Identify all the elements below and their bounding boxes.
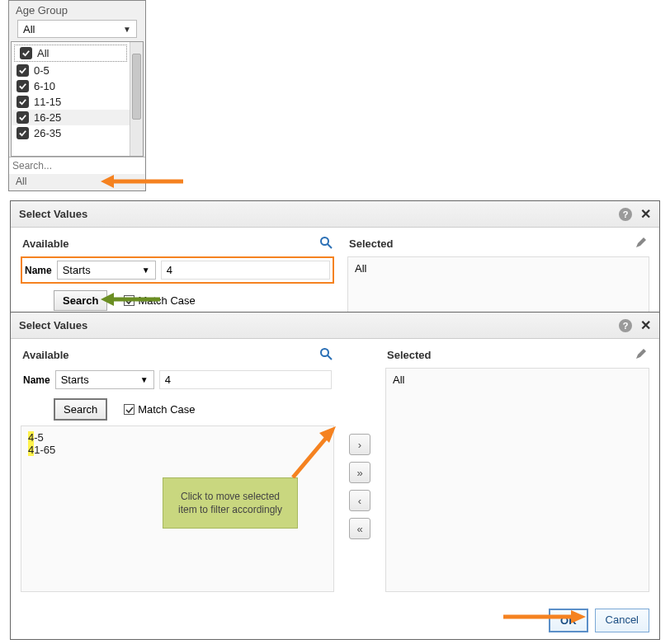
cancel-button[interactable]: Cancel	[595, 609, 649, 632]
available-header: Available	[21, 347, 334, 368]
selected-list[interactable]: All	[385, 368, 649, 592]
select-values-dialog-1: Select Values ? ✕ Available Name Starts …	[10, 200, 660, 313]
selected-column: Selected All	[347, 236, 649, 316]
age-group-list: All 0-5 6-10 11-15 16-25 26-35	[11, 41, 144, 157]
scrollbar[interactable]	[130, 42, 143, 156]
age-group-title: Age Group	[9, 1, 145, 20]
available-column: Available Name Starts ▼ 4 Search Match C…	[21, 236, 334, 316]
result-item[interactable]: 41-65	[28, 444, 327, 456]
scroll-thumb[interactable]	[132, 54, 141, 120]
close-icon[interactable]: ✕	[640, 206, 651, 222]
checkbox-checked-icon	[17, 127, 29, 139]
svg-point-2	[321, 237, 328, 245]
name-value-input[interactable]: 4	[159, 370, 332, 389]
move-buttons: › » ‹ «	[347, 347, 372, 592]
name-label: Name	[23, 374, 50, 386]
list-item[interactable]: 6-10	[12, 78, 130, 94]
result-item[interactable]: 4-5	[28, 431, 327, 444]
help-icon[interactable]: ?	[619, 319, 632, 332]
checkbox-checked-icon	[124, 404, 134, 415]
available-column: Available Name Starts ▼ 4 Search Match C…	[21, 347, 334, 592]
list-item[interactable]: 11-15	[12, 94, 130, 110]
svg-line-3	[328, 244, 332, 248]
checkbox-checked-icon	[20, 47, 32, 59]
age-item-label: 0-5	[34, 64, 50, 77]
move-left-button[interactable]: ‹	[349, 490, 370, 511]
selected-list[interactable]: All	[347, 256, 649, 316]
chevron-down-icon: ▼	[140, 375, 149, 384]
scroll-track	[130, 120, 143, 144]
available-label: Available	[22, 237, 69, 250]
age-group-combo[interactable]: All ▼	[17, 20, 137, 38]
svg-line-7	[328, 355, 332, 360]
search-button[interactable]: Search	[54, 398, 107, 421]
close-icon[interactable]: ✕	[640, 317, 651, 333]
selected-header: Selected	[347, 236, 649, 256]
checkbox-checked-icon	[124, 295, 134, 306]
chevron-down-icon: ▼	[123, 25, 131, 34]
selected-label: Selected	[387, 349, 431, 361]
selected-header: Selected	[385, 347, 649, 368]
match-case-label: Match Case	[138, 403, 195, 416]
name-filter-row: Name Starts ▼ 4	[21, 256, 334, 284]
result-rest: 1-65	[34, 444, 55, 456]
name-filter-row: Name Starts ▼ 4	[21, 368, 334, 392]
age-group-panel: Age Group All ▼ All 0-5 6-10 11-15	[8, 0, 146, 191]
match-case-checkbox[interactable]: Match Case	[124, 294, 195, 307]
result-rest: -5	[34, 431, 44, 444]
edit-icon[interactable]	[635, 236, 648, 251]
available-label: Available	[22, 349, 69, 361]
checkbox-checked-icon	[17, 64, 29, 77]
search-row: Search Match Case	[21, 392, 334, 425]
name-operator-select[interactable]: Starts ▼	[55, 370, 154, 389]
selected-item[interactable]: All	[355, 262, 642, 275]
selected-item[interactable]: All	[393, 374, 642, 386]
scroll-up-icon[interactable]	[130, 42, 143, 54]
search-icon[interactable]	[319, 347, 333, 363]
move-all-left-button[interactable]: «	[349, 518, 370, 539]
age-item-label: 26-35	[34, 127, 61, 139]
starts-label: Starts	[61, 374, 89, 386]
select-values-dialog-2: Select Values ? ✕ Available Name Starts …	[10, 312, 660, 640]
dialog-header: Select Values ? ✕	[11, 201, 659, 228]
age-item-label: 16-25	[34, 111, 61, 124]
checkbox-checked-icon	[17, 96, 29, 108]
edit-icon[interactable]	[635, 347, 648, 363]
match-case-label: Match Case	[138, 294, 195, 307]
help-icon[interactable]: ?	[619, 208, 632, 221]
dialog-title: Select Values	[19, 208, 87, 220]
age-group-items: All 0-5 6-10 11-15 16-25 26-35	[12, 42, 130, 156]
dialog-body: Available Name Starts ▼ 4 Search Match C…	[11, 339, 659, 602]
available-header: Available	[21, 236, 334, 256]
age-item-label: All	[37, 47, 49, 59]
age-item-label: 6-10	[34, 80, 55, 92]
search-icon[interactable]	[319, 236, 333, 251]
selected-label: Selected	[349, 237, 393, 250]
list-item[interactable]: All	[14, 45, 127, 62]
scroll-down-icon[interactable]	[130, 144, 143, 156]
chevron-down-icon: ▼	[142, 266, 150, 275]
age-item-label: 11-15	[34, 96, 61, 108]
svg-point-6	[321, 349, 328, 356]
starts-label: Starts	[63, 264, 91, 276]
name-label: Name	[25, 265, 52, 276]
match-case-checkbox[interactable]: Match Case	[124, 403, 195, 416]
age-group-combo-value: All	[23, 23, 35, 35]
list-item[interactable]: 0-5	[12, 63, 130, 78]
name-operator-select[interactable]: Starts ▼	[57, 261, 156, 280]
selected-column: Selected All	[385, 347, 649, 592]
age-group-footer: All	[9, 174, 145, 190]
ok-button[interactable]: OK	[549, 609, 588, 632]
dialog-title: Select Values	[19, 319, 87, 331]
name-value-input[interactable]: 4	[161, 261, 330, 280]
dialog-header: Select Values ? ✕	[11, 313, 659, 339]
move-all-right-button[interactable]: »	[349, 462, 370, 483]
checkbox-checked-icon	[17, 80, 29, 92]
list-item[interactable]: 16-25	[12, 110, 130, 125]
age-group-search-input[interactable]: Search...	[9, 157, 145, 174]
list-item[interactable]: 26-35	[12, 125, 130, 141]
checkbox-checked-icon	[17, 111, 29, 124]
dialog-footer: OK Cancel	[11, 602, 659, 639]
search-button[interactable]: Search	[54, 290, 107, 311]
move-right-button[interactable]: ›	[349, 434, 370, 455]
